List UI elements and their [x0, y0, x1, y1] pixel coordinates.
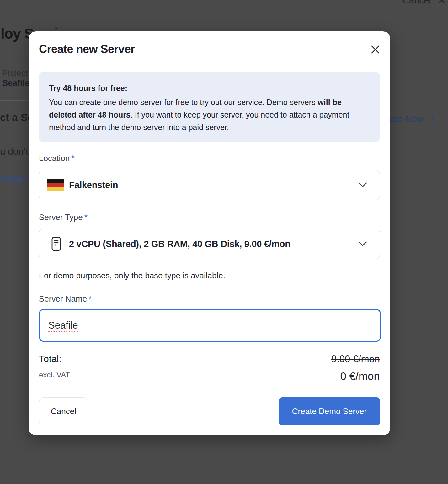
required-asterisk: *: [88, 294, 92, 303]
server-type-note: For demo purposes, only the base type is…: [39, 271, 225, 281]
close-icon[interactable]: ✕: [438, 0, 445, 6]
location-label: Location*: [39, 154, 74, 163]
discounted-price: 0 €/mon: [340, 370, 380, 382]
free-trial-info-banner: Try 48 hours for free: You can create on…: [39, 72, 380, 142]
required-asterisk: *: [84, 213, 88, 222]
location-value: Falkenstein: [69, 180, 118, 190]
chevron-down-icon: [358, 182, 367, 187]
info-banner-heading: Try 48 hours for free:: [49, 83, 370, 93]
vat-note: excl. VAT: [39, 371, 70, 379]
chevron-down-icon: [358, 241, 367, 246]
backdrop-project-value: Seafile: [2, 78, 29, 88]
backdrop-cancel-button[interactable]: Cancel ✕: [403, 0, 445, 6]
close-button[interactable]: [370, 44, 381, 55]
server-type-select[interactable]: 2 vCPU (Shared), 2 GB RAM, 40 GB Disk, 9…: [39, 229, 380, 259]
create-demo-server-button[interactable]: Create Demo Server: [279, 397, 380, 425]
info-banner-body: You can create one demo server for free …: [49, 96, 370, 134]
backdrop-empty-state-text: u don’t: [0, 146, 28, 157]
original-price: 9.00 €/mon: [331, 354, 380, 365]
server-type-label: Server Type*: [39, 213, 88, 222]
server-name-input[interactable]: Seafile: [39, 309, 381, 342]
cancel-button[interactable]: Cancel: [39, 397, 88, 425]
server-name-label-text: Server Name: [39, 294, 87, 303]
server-name-label: Server Name*: [39, 294, 92, 304]
backdrop-project-label: Project: [2, 68, 28, 78]
total-label: Total:: [39, 354, 61, 364]
required-asterisk: *: [71, 154, 74, 163]
server-icon: [51, 237, 61, 251]
location-select[interactable]: Falkenstein: [39, 170, 380, 200]
dialog-title: Create new Server: [39, 43, 135, 56]
location-label-text: Location: [39, 154, 70, 163]
info-body-text: You can create one demo server for free …: [49, 98, 317, 107]
plus-icon: +: [429, 111, 436, 125]
germany-flag-icon: [47, 179, 64, 191]
server-type-label-text: Server Type: [39, 213, 83, 222]
backdrop-cancel-label: Cancel: [403, 0, 431, 6]
server-type-value: 2 vCPU (Shared), 2 GB RAM, 40 GB Disk, 9…: [69, 239, 291, 249]
close-icon: [370, 45, 380, 55]
server-name-value: Seafile: [48, 320, 78, 331]
create-server-dialog: Create new Server Try 48 hours for free:…: [29, 31, 390, 435]
